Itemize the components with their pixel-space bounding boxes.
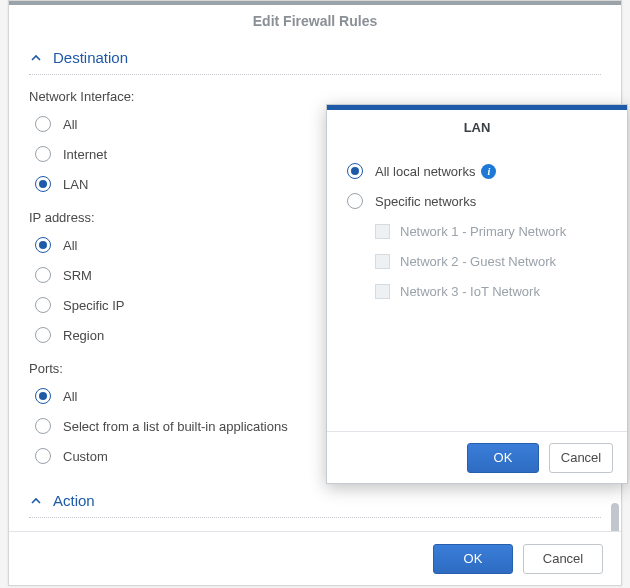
- radio-label: Specific IP: [63, 298, 124, 313]
- radio-icon: [35, 297, 51, 313]
- checkbox-label: Network 3 - IoT Network: [400, 284, 540, 299]
- radio-icon: [35, 237, 51, 253]
- radio-icon: [35, 418, 51, 434]
- cancel-button[interactable]: Cancel: [549, 443, 613, 473]
- checkbox-network-2: Network 2 - Guest Network: [375, 249, 609, 273]
- subdialog-body: All local networks i Specific networks N…: [327, 149, 627, 431]
- radio-icon: [35, 146, 51, 162]
- section-header-destination[interactable]: Destination: [29, 43, 601, 75]
- radio-icon: [347, 163, 363, 179]
- radio-label: Select from a list of built-in applicati…: [63, 419, 288, 434]
- checkbox-network-1: Network 1 - Primary Network: [375, 219, 609, 243]
- radio-label: All: [63, 117, 77, 132]
- subdialog-title: LAN: [327, 110, 627, 149]
- checkbox-label: Network 1 - Primary Network: [400, 224, 566, 239]
- radio-icon: [347, 193, 363, 209]
- checkbox-network-3: Network 3 - IoT Network: [375, 279, 609, 303]
- radio-label: Internet: [63, 147, 107, 162]
- cancel-button[interactable]: Cancel: [523, 544, 603, 574]
- radio-label: SRM: [63, 268, 92, 283]
- radio-label: LAN: [63, 177, 88, 192]
- modal-title: Edit Firewall Rules: [9, 5, 621, 33]
- radio-label: Specific networks: [375, 194, 476, 209]
- modal-footer: OK Cancel: [9, 531, 621, 585]
- checkbox-icon: [375, 224, 390, 239]
- checkbox-icon: [375, 254, 390, 269]
- info-icon[interactable]: i: [481, 164, 496, 179]
- checkbox-label: Network 2 - Guest Network: [400, 254, 556, 269]
- chevron-up-icon: [29, 494, 43, 508]
- chevron-up-icon: [29, 51, 43, 65]
- radio-label: Region: [63, 328, 104, 343]
- radio-icon: [35, 267, 51, 283]
- radio-icon: [35, 176, 51, 192]
- radio-label: All: [63, 238, 77, 253]
- radio-icon: [35, 116, 51, 132]
- radio-label: Custom: [63, 449, 108, 464]
- checkbox-icon: [375, 284, 390, 299]
- ok-button[interactable]: OK: [433, 544, 513, 574]
- radio-icon: [35, 327, 51, 343]
- ok-button[interactable]: OK: [467, 443, 539, 473]
- radio-label: All: [63, 389, 77, 404]
- radio-specific-networks[interactable]: Specific networks: [347, 189, 609, 213]
- section-title: Destination: [53, 49, 128, 66]
- section-title: Action: [53, 492, 95, 509]
- lan-subdialog: LAN All local networks i Specific networ…: [326, 104, 628, 484]
- scrollbar[interactable]: [611, 503, 619, 531]
- radio-all-local-networks[interactable]: All local networks i: [347, 159, 609, 183]
- section-header-action[interactable]: Action: [29, 486, 601, 518]
- subdialog-footer: OK Cancel: [327, 431, 627, 483]
- radio-label: All local networks: [375, 164, 475, 179]
- radio-icon: [35, 448, 51, 464]
- radio-icon: [35, 388, 51, 404]
- group-label-network-interface: Network Interface:: [29, 89, 601, 104]
